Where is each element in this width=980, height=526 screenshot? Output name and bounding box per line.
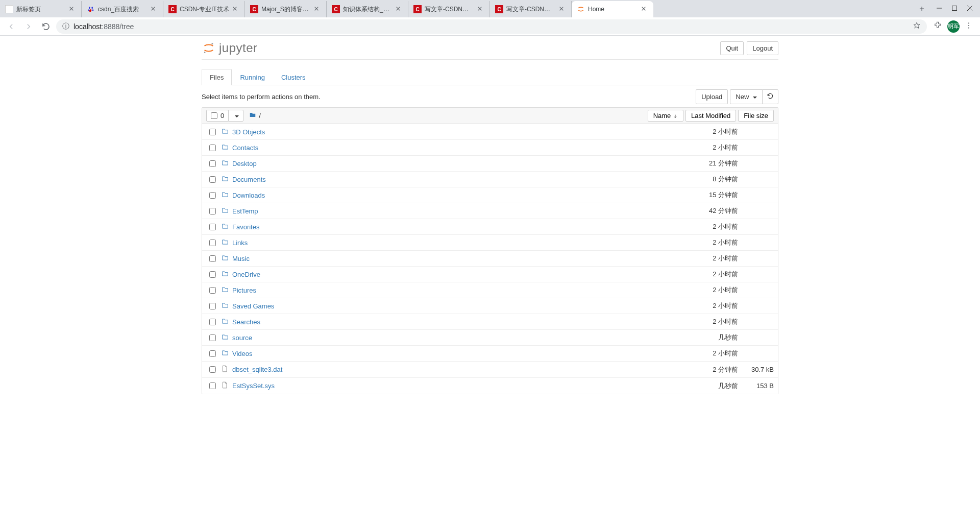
- generic-favicon-icon: [5, 5, 13, 13]
- list-item: 3D Objects2 小时前: [202, 124, 778, 139]
- sort-name-button[interactable]: Name: [648, 110, 683, 122]
- item-checkbox[interactable]: [209, 160, 216, 167]
- close-tab-icon[interactable]: [477, 6, 484, 13]
- tab-title: csdn_百度搜索: [98, 5, 148, 14]
- item-name-link[interactable]: Pictures: [232, 286, 687, 294]
- item-checkbox[interactable]: [209, 255, 216, 262]
- item-checkbox[interactable]: [209, 319, 216, 325]
- item-checkbox[interactable]: [209, 287, 216, 294]
- back-button[interactable]: [4, 19, 18, 34]
- item-name-link[interactable]: 3D Objects: [232, 128, 687, 136]
- svg-point-1: [91, 7, 93, 9]
- item-checkbox[interactable]: [209, 334, 216, 341]
- item-checkbox[interactable]: [209, 271, 216, 278]
- browser-tab[interactable]: C写文章-CSDN博客: [490, 1, 572, 17]
- select-dropdown[interactable]: [228, 110, 243, 122]
- item-checkbox[interactable]: [209, 224, 216, 230]
- item-name-link[interactable]: Links: [232, 239, 687, 247]
- file-list-header: 0 / Name Last Modified File size: [202, 107, 778, 124]
- select-all-box[interactable]: 0: [206, 110, 229, 122]
- item-name-link[interactable]: Favorites: [232, 223, 687, 231]
- browser-tab[interactable]: C写文章-CSDN博客: [408, 1, 490, 17]
- extensions-icon[interactable]: [933, 21, 942, 32]
- item-modified: 几秒前: [687, 381, 738, 391]
- sort-size-button[interactable]: File size: [738, 110, 774, 122]
- new-tab-button[interactable]: [915, 2, 929, 16]
- browser-tab[interactable]: 新标签页: [0, 1, 82, 17]
- item-checkbox[interactable]: [209, 129, 216, 135]
- folder-icon[interactable]: [249, 111, 257, 120]
- item-name-link[interactable]: Contacts: [232, 144, 687, 152]
- item-name-link[interactable]: Videos: [232, 350, 687, 357]
- close-tab-icon[interactable]: [151, 6, 158, 13]
- item-modified: 2 小时前: [687, 254, 738, 263]
- item-name-link[interactable]: dbset_sqlite3.dat: [232, 366, 687, 373]
- browser-tab[interactable]: CCSDN-专业IT技术: [163, 1, 245, 17]
- item-name-link[interactable]: Desktop: [232, 160, 687, 168]
- jupyter-logo-text: jupyter: [219, 41, 258, 55]
- jupyter-logo[interactable]: jupyter: [202, 41, 258, 55]
- tab-clusters[interactable]: Clusters: [273, 69, 314, 85]
- svg-point-0: [89, 7, 90, 9]
- new-dropdown[interactable]: New: [730, 89, 763, 104]
- site-info-icon[interactable]: ⓘ: [62, 22, 69, 31]
- list-item: Desktop21 分钟前: [202, 155, 778, 171]
- bookmark-star-icon[interactable]: [913, 21, 921, 31]
- baidu-favicon-icon: [87, 5, 95, 13]
- item-checkbox[interactable]: [209, 366, 216, 373]
- item-modified: 2 小时前: [687, 285, 738, 295]
- item-checkbox[interactable]: [209, 240, 216, 246]
- item-name-link[interactable]: Saved Games: [232, 302, 687, 310]
- breadcrumb-root[interactable]: /: [259, 112, 261, 119]
- item-checkbox[interactable]: [209, 382, 216, 389]
- close-tab-icon[interactable]: [69, 6, 76, 13]
- logout-button[interactable]: Logout: [747, 41, 778, 55]
- item-checkbox[interactable]: [209, 176, 216, 183]
- sort-modified-button[interactable]: Last Modified: [685, 110, 736, 122]
- profile-avatar[interactable]: 明军: [947, 20, 960, 33]
- item-modified: 2 小时前: [687, 317, 738, 326]
- quit-button[interactable]: Quit: [720, 41, 744, 55]
- item-name-link[interactable]: source: [232, 334, 687, 342]
- reload-button[interactable]: [39, 19, 53, 34]
- tab-files[interactable]: Files: [202, 69, 232, 85]
- item-name-link[interactable]: Downloads: [232, 192, 687, 199]
- item-name-link[interactable]: Searches: [232, 318, 687, 326]
- item-name-link[interactable]: OneDrive: [232, 271, 687, 278]
- list-item: Links2 小时前: [202, 234, 778, 250]
- maximize-button[interactable]: [951, 5, 958, 13]
- item-checkbox[interactable]: [209, 145, 216, 151]
- item-checkbox[interactable]: [209, 303, 216, 309]
- close-window-button[interactable]: [967, 5, 973, 13]
- select-all-checkbox[interactable]: [211, 112, 217, 119]
- refresh-button[interactable]: [762, 89, 778, 104]
- item-checkbox[interactable]: [209, 208, 216, 214]
- item-checkbox[interactable]: [209, 192, 216, 199]
- browser-tab[interactable]: csdn_百度搜索: [82, 1, 163, 17]
- close-tab-icon[interactable]: [559, 6, 566, 13]
- item-name-link[interactable]: EstSysSet.sys: [232, 382, 687, 390]
- close-tab-icon[interactable]: [396, 6, 403, 13]
- tab-title: CSDN-专业IT技术: [180, 5, 229, 14]
- item-name-link[interactable]: Documents: [232, 176, 687, 183]
- csdn-favicon-icon: C: [250, 5, 258, 13]
- upload-button[interactable]: Upload: [696, 89, 728, 104]
- folder-icon: [221, 144, 229, 152]
- close-tab-icon[interactable]: [641, 6, 648, 13]
- tab-running[interactable]: Running: [232, 69, 273, 85]
- minimize-button[interactable]: [936, 5, 942, 13]
- address-bar[interactable]: ⓘ localhost:8888/tree: [56, 19, 927, 34]
- forward-button[interactable]: [21, 19, 36, 34]
- jupyter-logo-icon: [202, 41, 216, 55]
- close-tab-icon[interactable]: [232, 6, 239, 13]
- browser-tab[interactable]: C知识体系结构_Maj: [327, 1, 408, 17]
- item-name-link[interactable]: EstTemp: [232, 207, 687, 215]
- list-item: source几秒前: [202, 329, 778, 345]
- item-name-link[interactable]: Music: [232, 255, 687, 262]
- item-checkbox[interactable]: [209, 350, 216, 357]
- menu-icon[interactable]: [965, 21, 973, 31]
- close-tab-icon[interactable]: [314, 6, 321, 13]
- folder-icon: [221, 128, 229, 136]
- browser-tab[interactable]: Home: [572, 1, 653, 17]
- browser-tab[interactable]: CMajor_S的博客_M: [245, 1, 327, 17]
